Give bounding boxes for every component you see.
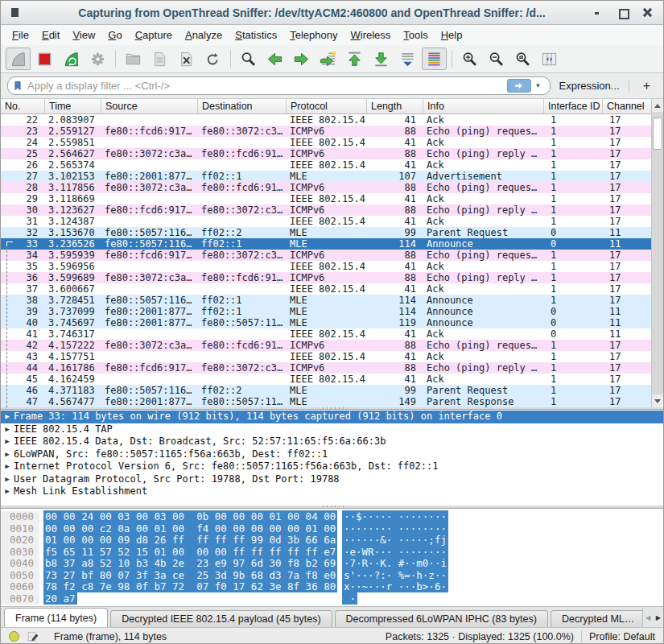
expand-arrow-icon[interactable]: ▶: [1, 411, 14, 423]
expand-arrow-icon[interactable]: ▶: [1, 485, 14, 498]
column-header-length[interactable]: Length: [367, 99, 423, 114]
detail-row[interactable]: ▶Frame 33: 114 bytes on wire (912 bits),…: [1, 411, 663, 423]
byte-tab-3[interactable]: Decrypted ML…: [551, 610, 645, 627]
packet-row[interactable]: 434.157751IEEE 802.15.441Ack117: [1, 351, 653, 362]
save-file-button[interactable]: [147, 47, 172, 70]
expression-button[interactable]: Expression...: [558, 80, 621, 92]
detail-row[interactable]: ▶Internet Protocol Version 6, Src: fe80:…: [1, 460, 663, 473]
expand-arrow-icon[interactable]: ▶: [1, 448, 14, 461]
byte-tab-1[interactable]: Decrypted IEEE 802.15.4 payload (45 byte…: [110, 610, 332, 627]
column-header-interface-id[interactable]: Interface ID: [544, 99, 603, 114]
expand-arrow-icon[interactable]: ▶: [1, 436, 14, 448]
menu-analyze[interactable]: Analyze: [179, 27, 229, 43]
packet-row[interactable]: 353.596956IEEE 802.15.441Ack117: [1, 261, 653, 272]
packet-row[interactable]: 303.123627fe80::fcd6:917…fe80::3072:c3…I…: [1, 204, 653, 216]
auto-scroll-button[interactable]: [395, 47, 420, 70]
expert-info-icon[interactable]: [9, 631, 19, 642]
zoom-in-button[interactable]: [457, 47, 482, 70]
maximize-icon[interactable]: [618, 8, 627, 17]
close-file-button[interactable]: [174, 47, 199, 70]
menu-wireless[interactable]: Wireless: [344, 27, 398, 43]
find-packet-button[interactable]: [236, 47, 261, 70]
column-header-channel[interactable]: Channel: [603, 99, 653, 114]
pane-splitter-2[interactable]: [1, 506, 663, 508]
filter-history-dropdown-icon[interactable]: ▼: [531, 82, 546, 89]
packet-row[interactable]: 363.599689fe80::3072:c3a…fe80::fcd6:91…I…: [1, 272, 653, 283]
menu-tools[interactable]: Tools: [397, 27, 434, 43]
column-header-destination[interactable]: Destination: [198, 99, 287, 114]
resize-columns-button[interactable]: [537, 47, 562, 70]
hex-row[interactable]: 0040b8 37 a8 52 10 b3 4b 2e 23 e9 97 6d …: [1, 558, 663, 570]
start-capture-button[interactable]: [6, 47, 31, 70]
go-last-button[interactable]: [369, 47, 394, 70]
packet-row[interactable]: 273.102153fe80::2001:877…ff02::1MLE107Ad…: [1, 171, 653, 182]
packet-row[interactable]: 393.737099fe80::2001:877…ff02::1MLE114An…: [1, 306, 653, 317]
go-forward-button[interactable]: [289, 47, 314, 70]
scroll-up-button[interactable]: [652, 99, 663, 112]
packet-row[interactable]: 283.117856fe80::3072:c3a…fe80::fcd6:91…I…: [1, 182, 653, 193]
packet-list-scrollbar[interactable]: [651, 99, 663, 407]
column-header-protocol[interactable]: Protocol: [287, 99, 367, 114]
capture-comment-icon[interactable]: [27, 630, 39, 642]
packet-row[interactable]: 222.083907IEEE 802.15.441Ack117: [1, 114, 653, 126]
detail-row[interactable]: ▶Mesh Link Establishment: [1, 485, 663, 498]
packet-row[interactable]: 242.559851IEEE 802.15.441Ack117: [1, 137, 653, 148]
packet-row[interactable]: 323.153670fe80::5057:116…ff02::2MLE99Par…: [1, 227, 653, 238]
packet-row[interactable]: 403.745697fe80::2001:877…fe80::5057:11…M…: [1, 317, 653, 328]
status-profile[interactable]: Profile: Default: [589, 631, 655, 642]
detail-row[interactable]: ▶User Datagram Protocol, Src Port: 19788…: [1, 473, 663, 486]
detail-row[interactable]: ▶6LoWPAN, Src: fe80::5057:1165:f56a:663b…: [1, 448, 663, 461]
packet-row[interactable]: 373.600667IEEE 802.15.441Ack117: [1, 283, 653, 295]
packet-row[interactable]: 413.746317IEEE 802.15.441Ack011: [1, 328, 653, 340]
packet-row[interactable]: 343.595939fe80::fcd6:917…fe80::3072:c3…I…: [1, 250, 653, 261]
packet-row[interactable]: 444.161786fe80::fcd6:917…fe80::3072:c3…I…: [1, 362, 653, 374]
expand-arrow-icon[interactable]: ▶: [1, 423, 14, 436]
menu-edit[interactable]: Edit: [35, 27, 66, 43]
scroll-down-button[interactable]: [652, 394, 663, 407]
detail-row[interactable]: ▶IEEE 802.15.4 TAP: [1, 423, 663, 436]
capture-options-button[interactable]: [85, 47, 110, 70]
zoom-out-button[interactable]: [484, 47, 509, 70]
menu-telephony[interactable]: Telephony: [283, 27, 344, 43]
restart-capture-button[interactable]: [59, 47, 84, 70]
add-filter-button[interactable]: +: [637, 79, 657, 93]
hex-row[interactable]: 0030f5 65 11 57 52 15 01 00 00 00 ff ff …: [1, 547, 663, 559]
byte-tab-0[interactable]: Frame (114 bytes): [4, 608, 108, 627]
menu-file[interactable]: File: [6, 27, 35, 43]
menu-view[interactable]: View: [66, 27, 101, 43]
hex-row[interactable]: 001000 00 00 c2 0a 00 01 00 f4 00 00 00 …: [1, 523, 663, 535]
menu-capture[interactable]: Capture: [129, 27, 179, 43]
packet-row[interactable]: 454.162459IEEE 802.15.441Ack117: [1, 374, 653, 385]
apply-filter-button[interactable]: [507, 79, 531, 93]
detail-row[interactable]: ▶IEEE 802.15.4 Data, Dst: Broadcast, Src…: [1, 436, 663, 448]
packet-row[interactable]: 424.157222fe80::3072:c3a…fe80::fcd6:91…I…: [1, 340, 653, 351]
open-file-button[interactable]: [121, 47, 146, 70]
hex-row[interactable]: 007020 a7 ·: [1, 593, 663, 605]
reload-file-button[interactable]: [200, 47, 225, 70]
hex-row[interactable]: 005073 27 bf 80 07 3f 3a ce 25 3d 9b 68 …: [1, 570, 663, 582]
column-header-source[interactable]: Source: [101, 99, 198, 114]
packet-row[interactable]: 232.559127fe80::fcd6:917…fe80::3072:c3…I…: [1, 126, 653, 137]
zoom-reset-button[interactable]: [510, 47, 535, 70]
packet-row[interactable]: 262.565374IEEE 802.15.441Ack117: [1, 159, 653, 171]
packet-row[interactable]: 252.564627fe80::3072:c3a…fe80::fcd6:91…I…: [1, 148, 653, 159]
expand-arrow-icon[interactable]: ▶: [1, 473, 14, 486]
packet-row[interactable]: 313.124387IEEE 802.15.441Ack117: [1, 216, 653, 227]
close-icon[interactable]: [643, 8, 652, 17]
packet-row[interactable]: 293.118669IEEE 802.15.441Ack117: [1, 193, 653, 204]
go-first-button[interactable]: [342, 47, 367, 70]
colorize-button[interactable]: [422, 47, 447, 70]
menu-statistics[interactable]: Statistics: [229, 27, 283, 43]
packet-row[interactable]: 383.728451fe80::5057:116…ff02::1MLE114An…: [1, 295, 653, 306]
menu-go[interactable]: Go: [101, 27, 128, 43]
hex-row[interactable]: 002001 00 00 00 09 d8 26 ff ff ff ff 99 …: [1, 535, 663, 547]
scrollbar-track[interactable]: [652, 112, 663, 394]
column-header-info[interactable]: Info: [423, 99, 544, 114]
packet-row[interactable]: 474.567477fe80::2001:877…fe80::5057:11…M…: [1, 396, 653, 407]
expand-arrow-icon[interactable]: ▶: [1, 460, 14, 473]
bookmark-icon[interactable]: [12, 80, 23, 92]
go-to-packet-button[interactable]: [316, 47, 340, 70]
packet-row[interactable]: 333.236526fe80::5057:116…ff02::1MLE114An…: [1, 238, 653, 250]
go-back-button[interactable]: [262, 47, 287, 70]
display-filter-input[interactable]: Apply a display filter ... <Ctrl-/> ▼: [7, 76, 551, 95]
